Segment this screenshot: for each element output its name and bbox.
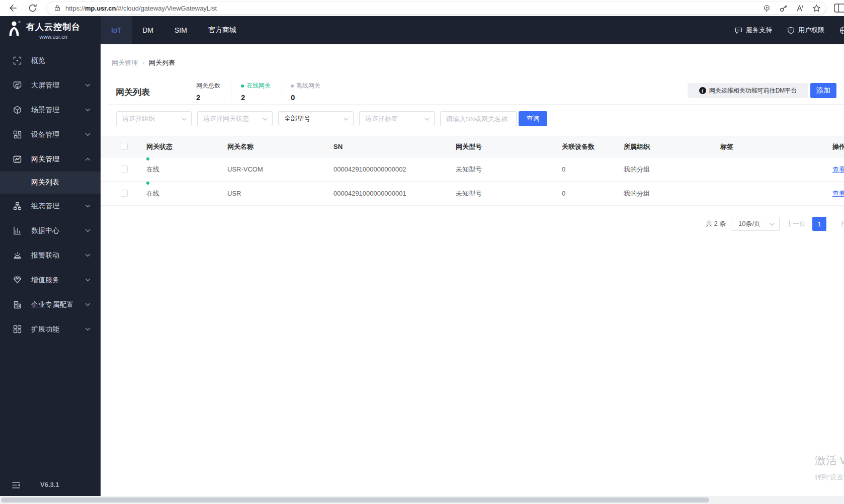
dm-platform-notice: i 网关运维相关功能可前往DM平台 — [688, 83, 808, 98]
chevron-down-icon — [85, 254, 91, 257]
sidebar-item-device-mgmt[interactable]: 设备管理 — [0, 122, 101, 147]
header-gateway-status: 网关状态 — [146, 136, 173, 157]
row-checkbox[interactable] — [121, 165, 128, 173]
stat-value: 0 — [291, 93, 320, 102]
service-support-link[interactable]: 服务支持 — [735, 26, 772, 35]
brand-title: 有人云控制台 — [26, 21, 80, 33]
sidebar-subitem-label: 网关列表 — [31, 178, 59, 187]
usr-person-logo-icon — [7, 20, 22, 40]
app-version: V6.3.1 — [40, 481, 59, 488]
devices-cell: 0 — [562, 182, 565, 205]
add-gateway-button[interactable]: 添加 — [810, 83, 836, 98]
view-link[interactable]: 查看 — [832, 182, 844, 205]
bar-chart-icon — [13, 226, 22, 235]
sidebar-collapse-icon[interactable] — [12, 481, 20, 489]
geolocation-icon[interactable] — [763, 4, 771, 13]
brand-logo[interactable]: 有人云控制台 www.usr.cn — [0, 16, 101, 44]
browser-back-icon[interactable] — [7, 3, 17, 13]
tag-select[interactable]: 请选择标签 — [359, 111, 435, 126]
horizontal-scrollbar[interactable] — [0, 496, 844, 504]
language-globe-icon[interactable] — [839, 26, 844, 35]
tab-official-store[interactable]: 官方商城 — [198, 16, 247, 44]
sidebar-item-screen-mgmt[interactable]: 大屏管理 — [0, 73, 101, 98]
device-grid-icon — [13, 130, 22, 139]
sidebar-item-topology-mgmt[interactable]: 组态管理 — [0, 194, 101, 218]
browser-profile-icon[interactable] — [834, 4, 844, 13]
tab-iot[interactable]: IoT — [101, 16, 132, 44]
table-row: 在线 USR-VCOM 00004291000000000002 未知型号 0 … — [101, 157, 844, 182]
status-select-placeholder: 请选择网关状态 — [203, 114, 249, 123]
extensions-grid-icon — [13, 325, 22, 333]
header-gateway-model: 网关型号 — [456, 136, 482, 157]
org-select[interactable]: 请选择组织 — [116, 111, 192, 126]
sidebar-item-enterprise-config[interactable]: 企业专属配置 — [0, 292, 101, 317]
tab-sim[interactable]: SIM — [164, 16, 198, 44]
current-page-button[interactable]: 1 — [812, 217, 826, 231]
tag-select-placeholder: 请选择标签 — [365, 114, 398, 123]
browser-toolbar: https://mp.usr.cn/#/cloud/gateway/ViewGa… — [0, 0, 844, 16]
view-link[interactable]: 查看 — [832, 157, 844, 181]
prev-page-button[interactable]: 上一页 — [786, 217, 806, 231]
sidebar-item-label: 设备管理 — [31, 130, 59, 139]
sidebar-item-label: 企业专属配置 — [31, 300, 73, 309]
model-cell: 未知型号 — [456, 157, 482, 181]
stat-divider — [231, 83, 231, 100]
site-lock-icon[interactable] — [54, 5, 61, 12]
chevron-down-icon — [263, 118, 268, 121]
chevron-up-icon — [85, 157, 91, 161]
browser-refresh-icon[interactable] — [28, 3, 38, 13]
info-icon: i — [699, 87, 706, 94]
org-cell: 我的分组 — [624, 157, 650, 181]
tab-label: IoT — [111, 26, 121, 34]
sidebar-item-value-added[interactable]: 增值服务 — [0, 268, 101, 292]
section-divider — [109, 104, 844, 105]
gem-icon — [13, 276, 22, 284]
scene-cube-icon — [13, 106, 22, 114]
chevron-down-icon — [85, 133, 91, 136]
online-dot — [241, 85, 244, 88]
user-permission-link[interactable]: 用户权限 — [787, 26, 824, 35]
breadcrumb-separator: › — [142, 59, 144, 66]
sn-search-input[interactable] — [440, 111, 517, 126]
next-page-button[interactable]: 下一页 — [839, 217, 844, 231]
sidebar-item-data-center[interactable]: 数据中心 — [0, 218, 101, 243]
chevron-down-icon — [344, 118, 349, 121]
row-checkbox[interactable] — [121, 190, 128, 197]
sidebar-item-gateway-mgmt[interactable]: 网关管理 — [0, 147, 101, 172]
chevron-down-icon — [425, 118, 430, 121]
select-all-checkbox[interactable] — [121, 143, 128, 150]
sidebar-item-scene-mgmt[interactable]: 场景管理 — [0, 98, 101, 122]
sidebar-item-alarm-linkage[interactable]: 报警联动 — [0, 243, 101, 268]
tab-label: SIM — [175, 26, 187, 34]
model-select[interactable]: 全部型号 — [278, 111, 354, 126]
sidebar-menu: 概览 大屏管理 场景管理 设备管理 网关管理 网关列表 组态管理 — [0, 48, 101, 342]
sidebar-subitem-gateway-list[interactable]: 网关列表 — [0, 172, 101, 194]
top-navigation: IoT DM SIM 官方商城 服务支持 用户权限 — [101, 16, 844, 44]
chevron-down-icon — [85, 278, 91, 282]
shield-icon — [787, 27, 795, 34]
sidebar-item-label: 网关管理 — [31, 155, 59, 164]
breadcrumb-gateway-mgmt[interactable]: 网关管理 — [112, 58, 138, 67]
chevron-down-icon — [85, 204, 91, 208]
header-tag: 标签 — [720, 136, 733, 157]
stat-value: 2 — [196, 93, 220, 102]
tab-dm[interactable]: DM — [132, 16, 164, 44]
search-button[interactable]: 查询 — [519, 111, 547, 126]
password-key-icon[interactable] — [779, 4, 788, 13]
tab-label: DM — [142, 26, 153, 34]
page-size-select[interactable]: 10条/页 — [731, 217, 780, 231]
stat-online-gateways: 在线网关 2 — [241, 81, 271, 102]
favorite-star-icon[interactable] — [812, 4, 821, 13]
chevron-down-icon — [182, 118, 187, 121]
read-aloud-icon[interactable] — [796, 4, 804, 13]
sidebar-item-overview[interactable]: 概览 — [0, 48, 101, 73]
scrollbar-thumb[interactable] — [1, 497, 709, 502]
sidebar-item-label: 数据中心 — [31, 226, 59, 235]
main-content: 网关管理 › 网关列表 网关列表 网关总数 2 在线网关 2 离线网关 0 i … — [101, 44, 844, 496]
page-size-value: 10条/页 — [738, 219, 761, 228]
gateway-status-select[interactable]: 请选择网关状态 — [197, 111, 273, 126]
sidebar-item-extensions[interactable]: 扩展功能 — [0, 317, 101, 342]
stat-offline-gateways: 离线网关 0 — [291, 81, 320, 102]
address-bar[interactable]: https://mp.usr.cn/#/cloud/gateway/ViewGa… — [46, 2, 826, 15]
screen-icon — [13, 81, 22, 90]
